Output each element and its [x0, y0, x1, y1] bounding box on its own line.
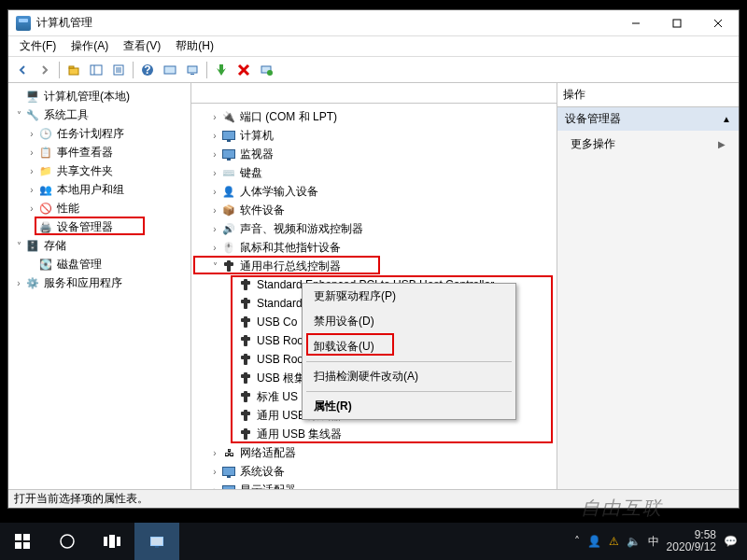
tree-device-manager[interactable]: 🖨️设备管理器: [8, 217, 190, 236]
taskview-button[interactable]: [90, 523, 134, 560]
properties-button[interactable]: [108, 60, 129, 80]
cat-display[interactable]: ›显示适配器: [191, 481, 557, 489]
cat-sound[interactable]: ›🔊声音、视频和游戏控制器: [191, 219, 557, 238]
tree-event-viewer[interactable]: ›📋事件查看器: [8, 143, 190, 161]
start-button[interactable]: [0, 523, 45, 560]
collapse-icon: ▲: [722, 114, 731, 124]
cat-monitors[interactable]: ›监视器: [191, 145, 557, 163]
tree-task-scheduler[interactable]: ›🕒任务计划程序: [8, 124, 190, 143]
ctx-scan[interactable]: 扫描检测硬件改动(A): [303, 364, 515, 389]
menu-help[interactable]: 帮助(H): [168, 36, 221, 56]
services-icon: ⚙️: [25, 275, 40, 290]
ctx-update-driver[interactable]: 更新驱动程序(P): [303, 284, 515, 309]
cat-usb-controllers[interactable]: ˅通用串行总线控制器: [191, 257, 557, 275]
device-tree[interactable]: ›🔌端口 (COM 和 LPT) ›计算机 ›监视器 ›⌨️键盘 ›👤人体学输入…: [191, 104, 557, 489]
tray-ime[interactable]: 中: [648, 534, 659, 550]
forward-button[interactable]: [35, 60, 55, 80]
share-icon: 📁: [38, 163, 53, 178]
menu-action[interactable]: 操作(A): [63, 36, 116, 56]
usb-icon: [238, 296, 253, 311]
ctx-separator: [306, 391, 512, 392]
tree-services[interactable]: ›⚙️服务和应用程序: [8, 273, 190, 292]
tray-shield-icon[interactable]: ⚠: [609, 535, 619, 548]
cortana-button[interactable]: [45, 523, 90, 560]
perf-icon: 🚫: [38, 201, 53, 216]
tools-icon: 🔧: [25, 107, 40, 122]
maximize-button[interactable]: [656, 10, 698, 35]
window-title: 计算机管理: [36, 15, 615, 31]
taskbar[interactable]: ˄ 👤 ⚠ 🔈 中 9:58 2020/9/12 💬: [0, 523, 747, 560]
tree-shared-folders[interactable]: ›📁共享文件夹: [8, 161, 190, 180]
body: 🖥️计算机管理(本地) ˅🔧系统工具 ›🕒任务计划程序 ›📋事件查看器 ›📁共享…: [8, 83, 739, 489]
toolbar-button[interactable]: [160, 60, 180, 80]
cat-hid[interactable]: ›👤人体学输入设备: [191, 182, 557, 201]
usb-icon: [238, 427, 253, 441]
separator: [133, 62, 134, 78]
ctx-uninstall[interactable]: 卸载设备(U): [303, 334, 515, 359]
taskbar-app-mmc[interactable]: [134, 523, 179, 560]
usb-icon: [238, 315, 253, 329]
usb-icon: [238, 389, 253, 404]
tree-disk-mgmt[interactable]: 💽磁盘管理: [8, 255, 190, 273]
menu-view[interactable]: 查看(V): [116, 36, 168, 56]
cat-system-devices[interactable]: ›系统设备: [191, 462, 557, 481]
uninstall-button[interactable]: [256, 60, 276, 80]
svg-rect-23: [15, 542, 21, 549]
enable-button[interactable]: [211, 60, 232, 80]
close-button[interactable]: [698, 10, 739, 35]
disable-button[interactable]: [233, 60, 254, 80]
cat-ports[interactable]: ›🔌端口 (COM 和 LPT): [191, 107, 557, 126]
scan-hardware-button[interactable]: [182, 60, 203, 80]
tree-system-tools[interactable]: ˅🔧系统工具: [8, 105, 190, 124]
ctx-properties[interactable]: 属性(R): [303, 394, 515, 419]
cat-mice[interactable]: ›🖱️鼠标和其他指针设备: [191, 238, 557, 257]
event-icon: 📋: [38, 145, 53, 160]
usb-item[interactable]: 通用 USB 集线器: [191, 425, 557, 443]
menu-file[interactable]: 文件(F): [12, 36, 63, 56]
cat-software-devices[interactable]: ›📦软件设备: [191, 201, 557, 219]
software-icon: 📦: [221, 203, 236, 217]
mouse-icon: 🖱️: [221, 240, 236, 255]
cat-keyboards[interactable]: ›⌨️键盘: [191, 163, 557, 182]
cat-computer[interactable]: ›计算机: [191, 126, 557, 145]
system-tray[interactable]: ˄ 👤 ⚠ 🔈 中 9:58 2020/9/12 💬: [574, 529, 747, 553]
separator: [59, 62, 60, 78]
actions-sub[interactable]: 设备管理器▲: [557, 107, 739, 131]
separator: [206, 62, 207, 78]
tray-volume-icon[interactable]: 🔈: [627, 535, 641, 548]
context-menu[interactable]: 更新驱动程序(P) 禁用设备(D) 卸载设备(U) 扫描检测硬件改动(A) 属性…: [302, 283, 516, 420]
show-hide-tree-button[interactable]: [86, 60, 106, 80]
ctx-disable[interactable]: 禁用设备(D): [303, 309, 515, 334]
tray-people-icon[interactable]: 👤: [587, 535, 601, 548]
usb-icon: [238, 277, 253, 292]
usb-icon: [238, 408, 253, 423]
help-button[interactable]: ?: [137, 60, 158, 80]
tree-storage[interactable]: ˅🗄️存储: [8, 236, 190, 255]
up-button[interactable]: [63, 60, 84, 80]
menubar: 文件(F) 操作(A) 查看(V) 帮助(H): [8, 36, 739, 57]
tray-up-icon[interactable]: ˄: [574, 535, 580, 548]
mmc-window: 计算机管理 文件(F) 操作(A) 查看(V) 帮助(H) ? 🖥️计算机管理(…: [7, 9, 740, 509]
mid-header: [191, 83, 557, 104]
svg-rect-14: [164, 66, 176, 74]
tree-performance[interactable]: ›🚫性能: [8, 199, 190, 217]
svg-text:?: ?: [144, 63, 150, 77]
cat-network[interactable]: ›🖧网络适配器: [191, 443, 557, 462]
tree-local-users[interactable]: ›👥本地用户和组: [8, 180, 190, 199]
actions-more[interactable]: 更多操作▶: [557, 131, 739, 158]
svg-rect-26: [104, 537, 107, 546]
window-buttons: [615, 10, 739, 35]
titlebar: 计算机管理: [8, 10, 739, 36]
tray-clock[interactable]: 9:58 2020/9/12: [667, 529, 716, 553]
keyboard-icon: ⌨️: [221, 165, 236, 180]
computer-mgmt-icon: 🖥️: [25, 89, 40, 104]
tray-notifications-icon[interactable]: 💬: [724, 535, 738, 548]
minimize-button[interactable]: [615, 10, 656, 35]
left-tree[interactable]: 🖥️计算机管理(本地) ˅🔧系统工具 ›🕒任务计划程序 ›📋事件查看器 ›📁共享…: [8, 83, 191, 489]
svg-rect-24: [23, 542, 30, 549]
usb-icon: [238, 371, 253, 385]
clock-icon: 🕒: [38, 126, 53, 141]
status-text: 打开当前选择项的属性表。: [14, 491, 148, 507]
tree-root[interactable]: 🖥️计算机管理(本地): [8, 87, 190, 105]
back-button[interactable]: [12, 60, 33, 80]
